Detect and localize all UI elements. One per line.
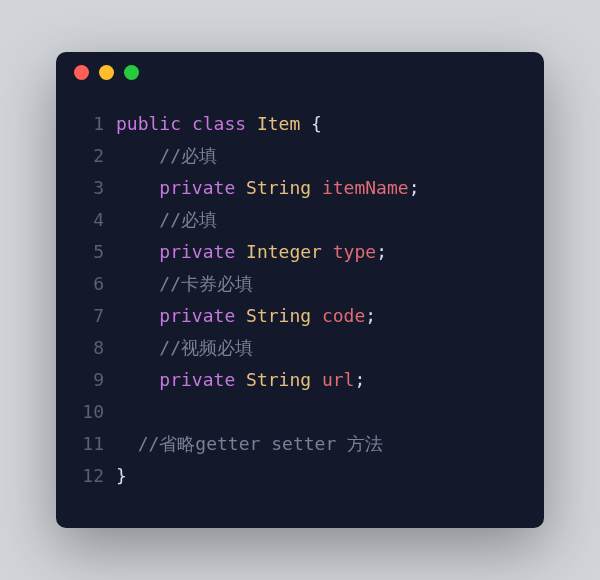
code-window: 1public class Item {2 //必填3 private Stri… (56, 52, 544, 528)
token-ty: String (246, 369, 311, 390)
code-line: 1public class Item { (74, 108, 526, 140)
line-number: 5 (74, 236, 104, 268)
line-number: 3 (74, 172, 104, 204)
token-pl (311, 305, 322, 326)
minimize-icon[interactable] (99, 65, 114, 80)
token-ty: Integer (246, 241, 322, 262)
line-content: public class Item { (116, 108, 322, 140)
line-number: 11 (74, 428, 104, 460)
line-number: 7 (74, 300, 104, 332)
code-line: 6 //卡券必填 (74, 268, 526, 300)
token-cm: //省略getter setter 方法 (138, 433, 383, 454)
close-icon[interactable] (74, 65, 89, 80)
line-content: //省略getter setter 方法 (116, 428, 383, 460)
line-number: 10 (74, 396, 104, 428)
token-pl: ; (409, 177, 420, 198)
token-pl: ; (354, 369, 365, 390)
code-line: 12} (74, 460, 526, 492)
token-id: url (322, 369, 355, 390)
line-content: //视频必填 (116, 332, 253, 364)
token-pl (246, 113, 257, 134)
code-editor: 1public class Item {2 //必填3 private Stri… (56, 94, 544, 528)
code-line: 5 private Integer type; (74, 236, 526, 268)
maximize-icon[interactable] (124, 65, 139, 80)
window-titlebar (56, 52, 544, 94)
token-pl (116, 369, 159, 390)
token-pl (116, 241, 159, 262)
line-content: private String code; (116, 300, 376, 332)
token-pl: ; (365, 305, 376, 326)
code-line: 8 //视频必填 (74, 332, 526, 364)
token-cm: //卡券必填 (159, 273, 253, 294)
token-id: code (322, 305, 365, 326)
code-line: 9 private String url; (74, 364, 526, 396)
line-number: 8 (74, 332, 104, 364)
token-ty: String (246, 305, 311, 326)
token-pl (116, 209, 159, 230)
token-cm: //视频必填 (159, 337, 253, 358)
code-line: 2 //必填 (74, 140, 526, 172)
token-pl (116, 433, 138, 454)
token-pl (116, 177, 159, 198)
line-content: private Integer type; (116, 236, 387, 268)
token-id: type (333, 241, 376, 262)
token-pl (235, 177, 246, 198)
token-pl (116, 337, 159, 358)
line-content: private String url; (116, 364, 365, 396)
token-cm: //必填 (159, 145, 217, 166)
line-number: 4 (74, 204, 104, 236)
line-number: 2 (74, 140, 104, 172)
line-content: //必填 (116, 204, 217, 236)
code-line: 11 //省略getter setter 方法 (74, 428, 526, 460)
line-content: } (116, 460, 127, 492)
token-pl: } (116, 465, 127, 486)
code-line: 7 private String code; (74, 300, 526, 332)
token-pl (235, 369, 246, 390)
token-cls: Item (257, 113, 300, 134)
line-number: 6 (74, 268, 104, 300)
token-ty: String (246, 177, 311, 198)
token-pl (116, 305, 159, 326)
token-pl: { (300, 113, 322, 134)
token-pl (116, 145, 159, 166)
line-number: 12 (74, 460, 104, 492)
line-number: 9 (74, 364, 104, 396)
token-kw: private (159, 177, 235, 198)
token-pl (322, 241, 333, 262)
token-kw: class (192, 113, 246, 134)
token-kw: public (116, 113, 181, 134)
token-pl: ; (376, 241, 387, 262)
code-line: 4 //必填 (74, 204, 526, 236)
token-cm: //必填 (159, 209, 217, 230)
line-content: //必填 (116, 140, 217, 172)
token-kw: private (159, 305, 235, 326)
token-kw: private (159, 241, 235, 262)
token-kw: private (159, 369, 235, 390)
token-pl (311, 369, 322, 390)
line-content: //卡券必填 (116, 268, 253, 300)
token-id: itemName (322, 177, 409, 198)
line-content: private String itemName; (116, 172, 419, 204)
token-pl (181, 113, 192, 134)
code-line: 3 private String itemName; (74, 172, 526, 204)
token-pl (311, 177, 322, 198)
line-number: 1 (74, 108, 104, 140)
code-line: 10 (74, 396, 526, 428)
token-pl (235, 305, 246, 326)
token-pl (235, 241, 246, 262)
token-pl (116, 273, 159, 294)
